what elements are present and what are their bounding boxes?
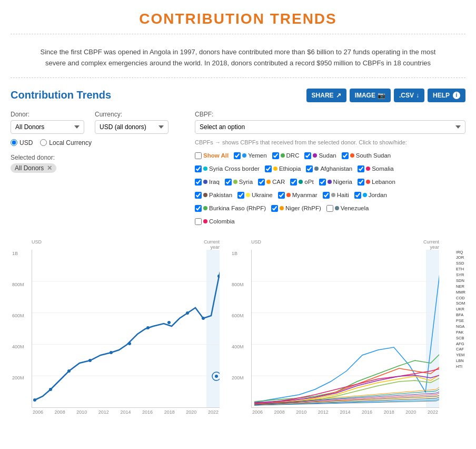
- cbpf-checkboxes: Show All Yemen DRC Sudan South Sudan Syr…: [195, 150, 465, 228]
- cbpf-item-lebanon[interactable]: Lebanon: [358, 176, 395, 188]
- svg-point-14: [217, 275, 220, 278]
- cbpf-item-drc[interactable]: DRC: [272, 150, 300, 162]
- toolbar: SHARE ↗ IMAGE 📷 .CSV ↓ HELP i: [306, 89, 465, 102]
- cbpf-select[interactable]: Select an option: [195, 120, 465, 134]
- share-button[interactable]: SHARE ↗: [306, 89, 346, 102]
- cbpf-label: CBPF:: [195, 111, 465, 118]
- cbpf-item-syria-cross[interactable]: Syria Cross border: [195, 163, 260, 175]
- left-chart-ylabel: USD: [32, 239, 42, 245]
- cbpf-item-iraq[interactable]: Iraq: [195, 176, 220, 188]
- right-axis-labels: IRQ JOR SSD ETH SYR SDN NER MMR COD SOM …: [456, 250, 465, 370]
- currency-select[interactable]: USD (all donors): [95, 120, 168, 134]
- svg-point-10: [146, 326, 150, 329]
- cbpf-note: CBPFs → shows CBPFs that received from t…: [195, 139, 465, 145]
- cbpf-item-jordan[interactable]: Jordan: [354, 189, 387, 201]
- cbpf-item-opt[interactable]: oPt: [290, 176, 313, 188]
- cbpf-item-colombia[interactable]: Colombia: [195, 216, 235, 228]
- right-chart-ylabel: USD: [251, 239, 261, 245]
- camera-icon: 📷: [378, 92, 385, 99]
- svg-point-8: [110, 351, 113, 354]
- cbpf-item-burkina[interactable]: Burkina Faso (RhPF): [195, 202, 266, 214]
- svg-point-13: [202, 317, 205, 320]
- csv-button[interactable]: .CSV ↓: [394, 89, 424, 102]
- right-y-axis: 1B 800M 600M 400M 200M: [232, 250, 244, 407]
- left-x-axis: 200620082010201220142016201820202022: [32, 409, 220, 415]
- donor-label: Donor:: [11, 111, 84, 118]
- cbpf-item-yemen[interactable]: Yemen: [234, 150, 266, 162]
- cbpf-item-somalia[interactable]: Somalia: [358, 163, 394, 175]
- usd-radio-label[interactable]: USD: [11, 139, 33, 147]
- section-title: Contribution Trends: [11, 89, 111, 101]
- cbpf-item-haiti[interactable]: Haiti: [323, 189, 349, 201]
- svg-point-11: [167, 321, 171, 324]
- cbpf-show-all[interactable]: Show All: [195, 150, 229, 162]
- cbpf-item-niger[interactable]: Niger (RhPF): [271, 202, 321, 214]
- svg-point-7: [88, 359, 92, 362]
- cbpf-item-nigeria[interactable]: Nigeria: [319, 176, 352, 188]
- local-radio[interactable]: [40, 139, 47, 146]
- left-y-axis: 1B 800M 600M 400M 200M: [12, 250, 24, 407]
- cbpf-item-ukraine[interactable]: Ukraine: [237, 189, 273, 201]
- usd-radio[interactable]: [11, 139, 17, 146]
- page-title: CONTRIBUTION TRENDS: [11, 11, 465, 34]
- download-icon: ↓: [416, 92, 419, 99]
- svg-point-16: [215, 375, 218, 378]
- svg-point-5: [49, 388, 52, 391]
- cbpf-item-syria[interactable]: Syria: [225, 176, 253, 188]
- help-button[interactable]: HELP i: [428, 89, 465, 102]
- cbpf-item-pakistan[interactable]: Pakistan: [195, 189, 232, 201]
- donor-tag: All Donors ✕: [11, 163, 56, 173]
- right-chart-svg: [252, 250, 439, 407]
- remove-donor-icon[interactable]: ✕: [47, 164, 52, 172]
- donor-select[interactable]: All Donors: [11, 120, 84, 134]
- image-button[interactable]: IMAGE 📷: [350, 89, 391, 102]
- cbpf-item-ethiopia[interactable]: Ethiopia: [265, 163, 301, 175]
- share-icon: ↗: [336, 92, 341, 99]
- left-chart-svg: ALL: [32, 250, 220, 407]
- currency-label: Currency:: [95, 111, 168, 118]
- cbpf-item-venezuela[interactable]: Venezuela: [326, 202, 369, 214]
- right-chart-current-year: Currentyear: [423, 239, 439, 251]
- info-icon: i: [453, 92, 460, 99]
- left-chart-current-year: Currentyear: [204, 239, 220, 251]
- cbpf-item-afghanistan[interactable]: Afghanistan: [306, 163, 352, 175]
- svg-point-9: [128, 342, 131, 345]
- cbpf-item-south-sudan[interactable]: South Sudan: [342, 150, 391, 162]
- selected-donor-label: Selected donor:: [11, 154, 168, 161]
- right-x-axis: 200620082010201220142016201820202022: [251, 409, 439, 415]
- cbpf-item-sudan[interactable]: Sudan: [304, 150, 336, 162]
- local-radio-label[interactable]: Local Currency: [40, 139, 92, 147]
- show-all-link[interactable]: Show All: [203, 150, 229, 162]
- svg-point-4: [33, 398, 36, 402]
- cbpf-item-myanmar[interactable]: Myanmar: [278, 189, 318, 201]
- svg-point-12: [186, 311, 189, 315]
- intro-text: Since the first CBPF was opened in Angol…: [11, 38, 465, 78]
- cbpf-item-car[interactable]: CAR: [258, 176, 285, 188]
- svg-point-6: [67, 369, 71, 373]
